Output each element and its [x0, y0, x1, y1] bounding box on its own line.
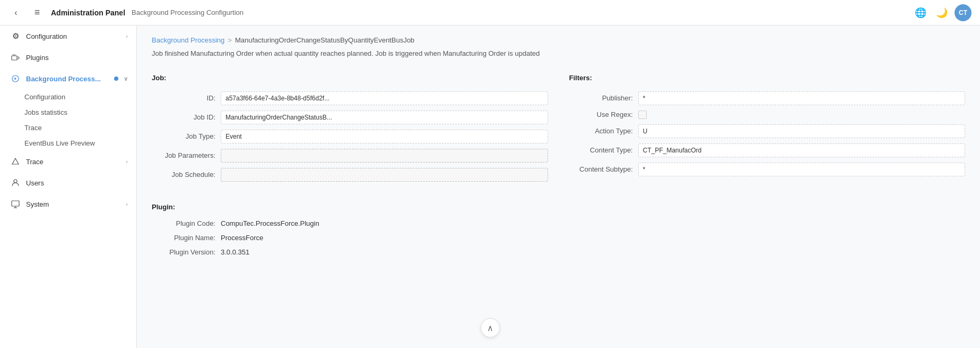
topbar: ‹ ≡ Administration Panel Background Proc…: [0, 0, 980, 26]
scroll-to-top-button[interactable]: ∧: [481, 318, 500, 337]
job-params-value: [221, 149, 548, 163]
sidebar-label-trace: Trace: [26, 158, 120, 166]
sidebar-item-trace[interactable]: Trace ›: [0, 151, 136, 172]
job-jobid-label: Job ID:: [152, 113, 215, 121]
filter-action-label: Action Type:: [569, 127, 633, 135]
sidebar-subitem-jobs-statistics[interactable]: Jobs statistics: [24, 105, 136, 120]
job-jobid-value: ManufacturingOrderChangeStatusB...: [221, 111, 548, 124]
job-type-row: Job Type: Event: [152, 130, 548, 143]
menu-button[interactable]: ≡: [30, 5, 45, 20]
back-button[interactable]: ‹: [8, 5, 23, 20]
sidebar-label-configuration: Configuration: [26, 32, 120, 40]
sidebar-item-plugins[interactable]: Plugins: [0, 47, 136, 68]
sidebar-label-background-processing: Background Process...: [26, 75, 109, 83]
plugin-version-row: Plugin Version: 3.0.0.351: [152, 248, 965, 256]
plugin-section: Plugin: Plugin Code: CompuTec.ProcessFor…: [152, 203, 965, 256]
svg-rect-0: [12, 56, 17, 60]
job-section-title: Job:: [152, 74, 548, 82]
sidebar-item-background-processing[interactable]: Background Process... ∨: [0, 68, 136, 89]
menu-icon: ≡: [34, 7, 40, 18]
breadcrumb: Background Processing > ManufacturingOrd…: [152, 36, 965, 44]
svg-point-5: [14, 180, 17, 183]
filter-content-subtype-input[interactable]: *: [638, 163, 966, 176]
chevron-down-icon: ∨: [124, 75, 128, 82]
main-content: Background Processing > ManufacturingOrd…: [137, 26, 980, 348]
users-icon: [10, 177, 21, 188]
job-schedule-label: Job Schedule:: [152, 171, 215, 179]
sidebar-item-system[interactable]: System ›: [0, 193, 136, 215]
sidebar-item-users[interactable]: Users: [0, 172, 136, 193]
trace-icon: [10, 156, 21, 167]
back-icon: ‹: [14, 8, 17, 18]
job-id-row: ID: a57a3f66-64e7-4a3e-8b48-d5f6d2f...: [152, 91, 548, 105]
theme-button[interactable]: 🌙: [933, 4, 950, 21]
svg-rect-6: [12, 201, 19, 206]
job-schedule-row: Job Schedule:: [152, 168, 548, 182]
filter-content-subtype-row: Content Subtype: *: [569, 163, 966, 176]
job-id-value: a57a3f66-64e7-4a3e-8b48-d5f6d2f...: [221, 91, 548, 105]
page-description: Job finished Manufacturing Order when ac…: [152, 48, 965, 59]
filter-action-value: U: [638, 124, 966, 138]
filters-section: Filters: Publisher: * Use Regex:: [569, 74, 966, 187]
filter-content-subtype-label: Content Subtype:: [569, 165, 633, 173]
filters-section-title: Filters:: [569, 74, 966, 82]
plugins-icon: [10, 52, 21, 63]
breadcrumb-current: ManufacturingOrderChangeStatusByQuantity…: [235, 36, 414, 44]
chevron-right-icon: ›: [126, 158, 128, 165]
sidebar-subitem-eventbus-live-preview[interactable]: EventBus Live Preview: [24, 135, 136, 151]
filter-action-input[interactable]: U: [638, 124, 966, 138]
job-schedule-input[interactable]: [221, 168, 548, 182]
job-filters-sections: Job: ID: a57a3f66-64e7-4a3e-8b48-d5f6d2f…: [152, 74, 965, 187]
filter-regex-checkbox[interactable]: [638, 111, 647, 119]
job-jobid-row: Job ID: ManufacturingOrderChangeStatusB.…: [152, 111, 548, 124]
job-schedule-value: [221, 168, 548, 182]
background-processing-submenu: Configuration Jobs statistics Trace Even…: [0, 89, 136, 151]
filter-content-subtype-value: *: [638, 163, 966, 176]
filter-content-type-label: Content Type:: [569, 146, 633, 154]
plugin-code-label: Plugin Code:: [152, 219, 215, 227]
globe-icon: 🌐: [915, 7, 926, 19]
plugin-version-label: Plugin Version:: [152, 248, 215, 256]
sidebar: ⚙ Configuration › Plugins Background Pro…: [0, 26, 137, 348]
sidebar-label-users: Users: [26, 179, 128, 187]
job-params-label: Job Parameters:: [152, 151, 215, 159]
breadcrumb-link[interactable]: Background Processing: [152, 36, 224, 44]
globe-button[interactable]: 🌐: [912, 4, 929, 21]
chevron-up-icon: ∧: [487, 323, 493, 333]
filter-publisher-input[interactable]: *: [638, 91, 966, 105]
plugin-name-label: Plugin Name:: [152, 234, 215, 242]
sidebar-label-system: System: [26, 200, 120, 208]
filter-publisher-label: Publisher:: [569, 94, 633, 102]
job-type-value: Event: [221, 130, 548, 143]
filter-content-type-input[interactable]: CT_PF_ManufacOrd: [638, 143, 966, 157]
plugin-name-row: Plugin Name: ProcessForce: [152, 234, 965, 242]
chevron-icon-system: ›: [126, 201, 128, 207]
plugin-name-value: ProcessForce: [221, 234, 263, 242]
background-processing-icon: [10, 73, 21, 84]
user-avatar[interactable]: CT: [955, 4, 972, 21]
filter-publisher-value: *: [638, 91, 966, 105]
job-params-input[interactable]: [221, 149, 548, 163]
filter-action-row: Action Type: U: [569, 124, 966, 138]
moon-icon: 🌙: [936, 7, 948, 19]
job-params-row: Job Parameters:: [152, 149, 548, 163]
topbar-icons: 🌐 🌙 CT: [912, 4, 972, 21]
job-id-input[interactable]: a57a3f66-64e7-4a3e-8b48-d5f6d2f...: [221, 91, 548, 105]
filter-regex-row: Use Regex:: [569, 111, 966, 119]
job-id-label: ID:: [152, 94, 215, 102]
sidebar-subitem-configuration[interactable]: Configuration: [24, 89, 136, 105]
filter-regex-value: [638, 111, 966, 119]
sidebar-subitem-trace[interactable]: Trace: [24, 120, 136, 135]
job-jobid-input[interactable]: ManufacturingOrderChangeStatusB...: [221, 111, 548, 124]
app-title: Administration Panel: [51, 9, 125, 17]
sidebar-item-configuration[interactable]: ⚙ Configuration ›: [0, 26, 136, 47]
configuration-icon: ⚙: [10, 31, 21, 41]
filter-publisher-row: Publisher: *: [569, 91, 966, 105]
system-icon: [10, 199, 21, 209]
plugin-code-value: CompuTec.ProcessForce.Plugin: [221, 219, 319, 227]
filter-content-type-row: Content Type: CT_PF_ManufacOrd: [569, 143, 966, 157]
job-type-input[interactable]: Event: [221, 130, 548, 143]
svg-marker-4: [12, 158, 19, 164]
filter-regex-label: Use Regex:: [569, 111, 633, 118]
filter-content-type-value: CT_PF_ManufacOrd: [638, 143, 966, 157]
